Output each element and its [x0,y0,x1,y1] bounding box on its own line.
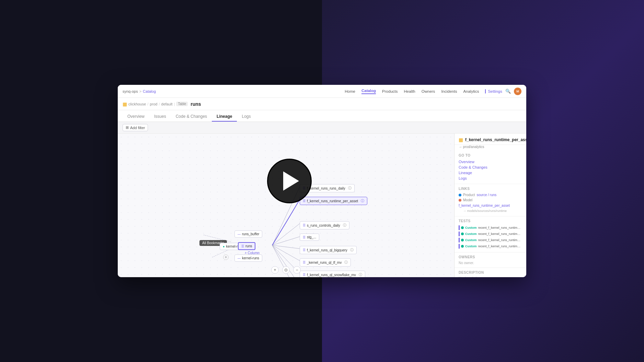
test-custom-2: Custom [465,232,477,236]
path-sep2: / [159,102,160,106]
stg-node[interactable]: ☰ stg_... [300,234,319,241]
tab-bar: Overview Issues Code & Changes Lineage L… [118,110,526,122]
f-ql-bigquery-label: f_kernel_runs_ql_bigquery [307,248,347,252]
test-name-4: recent_f_kernel_runs_runtime_per_... [478,245,522,248]
nav-home[interactable]: Home [345,89,355,93]
runs-buffer-node[interactable]: — runs_buffer [234,230,262,238]
goto-logs[interactable]: Logs [459,176,522,181]
f-runtime-per-asset-node[interactable]: ☰ f_kernel_runs_runtime_per_asset ⓘ [300,197,367,205]
s-controls-daily-node[interactable]: ☰ s_runs_controls_daily ⓘ [300,221,349,229]
link-product-type: Product [463,193,475,197]
kernel-runs-bottom-icon: — [238,257,241,260]
f-runs-daily-info[interactable]: ⓘ [348,186,352,191]
org-label: synq-ops [123,89,138,93]
link-product-path[interactable]: source / runs [476,193,496,197]
product-dot [459,194,461,196]
goto-code-changes[interactable]: Code & Changes [459,165,522,170]
tests-section: Tests Custom recent_f_kernel_runs_runtim… [455,216,526,252]
path-breadcrumb: ▦ clickhouse / prod / default | Table [123,101,188,107]
f-ql-snowflake-node[interactable]: ☰ f_kernel_runs_ql_snowflake_mv ⓘ [300,271,365,277]
nav-settings[interactable]: Settings [485,89,502,93]
f-ql-snowflake-icon: ☰ [303,273,306,276]
breadcrumb-sep1: > [139,89,141,93]
nav-links: Home Catalog Products Health Owners Inci… [345,89,502,94]
link-product: Product source / runs [459,192,522,197]
expand-btn[interactable]: + [223,254,229,260]
owners-value: No owner. [459,261,474,265]
tab-issues[interactable]: Issues [149,112,171,122]
path-sep3: | [174,102,175,106]
tab-code-changes[interactable]: Code & Changes [171,112,212,122]
runs-buffer-label: runs_buffer [242,232,259,236]
nav-products[interactable]: Products [382,89,398,93]
f-ql-bigquery-icon: ☰ [303,248,306,252]
test-bar-1 [459,225,460,230]
type-badge: Table [176,102,188,106]
canvas-controls: + ⊙ − [271,266,301,274]
nav-catalog[interactable]: Catalog [361,89,376,94]
tab-logs[interactable]: Logs [237,112,255,122]
zoom-in-btn[interactable]: + [271,266,279,274]
db-name: clickhouse [128,102,146,106]
tab-overview[interactable]: Overview [123,112,149,122]
nav-incidents[interactable]: Incidents [441,89,457,93]
f-runs-daily-icon: ☰ [303,186,306,190]
kernel-ql-tf-mv-node[interactable]: ☰ _kernel_runs_ql_tf_mv ⓘ [300,258,351,267]
model-dot [459,199,461,202]
add-filter-label: Add filter [130,126,145,130]
search-icon[interactable]: 🔍 [505,88,511,94]
f-ql-snowflake-info[interactable]: ⓘ [359,272,362,277]
center-btn[interactable]: ⊙ [282,266,290,274]
panel-title: f_kernel_runs_runtime_per_asset [465,137,526,142]
kernel-runs-bottom-node[interactable]: — kernel-runs [234,254,262,262]
s-controls-info[interactable]: ⓘ [343,223,346,228]
f-ql-bigquery-info[interactable]: ⓘ [350,248,354,252]
goto-overview[interactable]: Overview [459,159,522,165]
nav-bar: synq-ops > Catalog Home Catalog Products… [118,85,526,98]
grid-background [118,134,454,277]
kernel-runs-bottom-label: kernel-runs [242,256,259,260]
lineage-canvas[interactable]: All Bookmarks ● kernel-runs — runs_buffe… [118,134,454,277]
f-runs-daily-node[interactable]: ☰ f_kernel_runs_runs_daily ⓘ [300,184,355,192]
catalog-link[interactable]: Catalog [143,89,156,93]
description-section: Description No description. [455,268,526,277]
links-label: Links [459,187,522,191]
test-bar-3 [459,238,460,242]
page-title: runs [191,101,201,107]
f-runtime-info[interactable]: ⓘ [361,199,364,203]
zoom-out-btn[interactable]: − [293,266,301,274]
test-dot-3 [461,239,464,241]
path-sep1: / [147,102,148,106]
test-name-3: recent_f_kernel_runs_runtime_per_... [478,238,522,242]
test-custom-1: Custom [465,226,477,229]
kernel-ql-tf-info[interactable]: ⓘ [344,260,348,265]
filter-plus-icon: ⊞ [126,125,129,130]
nav-analytics[interactable]: Analytics [463,89,479,93]
f-ql-bigquery-node[interactable]: ☰ f_kernel_runs_ql_bigquery ⓘ [300,246,357,254]
nav-health[interactable]: Health [404,89,415,93]
stg-icon: ☰ [303,236,306,239]
add-column-btn[interactable]: + Column [245,251,260,255]
runs-node[interactable]: ☰ runs [238,242,255,250]
owners-label: Owners [459,255,522,259]
nav-owners[interactable]: Owners [422,89,435,93]
panel-subtitle: → prod/analytics [455,145,526,151]
s-controls-icon: ☰ [303,224,306,227]
panel-icon: ▦ [459,137,463,143]
schema-name: prod [150,102,157,106]
kernel-ql-tf-label: _kernel_runs_ql_tf_mv [307,261,342,264]
filter-bar: ⊞ Add filter [118,122,526,134]
goto-lineage[interactable]: Lineage [459,170,522,176]
add-filter-button[interactable]: ⊞ Add filter [123,124,148,131]
f-runtime-label: f_kernel_runs_runtime_per_asset [307,199,358,203]
goto-section: Go to Overview Code & Changes Lineage Lo… [455,151,526,184]
link-model-path[interactable]: f_kernel_runs_runtime_per_asset [459,204,510,207]
owners-section: Owners No owner. [455,252,526,268]
kernel-ql-tf-icon: ☰ [303,261,306,264]
db-icon: ▦ [123,101,127,107]
description-value: No description. [459,276,482,277]
f-ql-snowflake-label: f_kernel_runs_ql_snowflake_mv [307,273,356,277]
right-panel: ▦ f_kernel_runs_runtime_per_asset × → pr… [454,134,526,277]
runs-label: runs [245,244,252,248]
tab-lineage[interactable]: Lineage [212,112,237,122]
